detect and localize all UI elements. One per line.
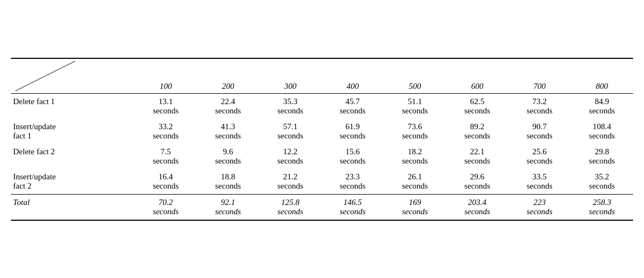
cell-text: 84.9 <box>575 97 629 106</box>
cell-r0-c0: 13.1seconds <box>135 93 197 119</box>
cell-text: 13.1 <box>139 97 192 106</box>
cell-r2-c4: 18.2seconds <box>384 144 446 169</box>
column-header-800: 800 <box>571 58 633 94</box>
cell-text: seconds <box>139 106 192 116</box>
cell-text: seconds <box>513 207 566 216</box>
cell-text: seconds <box>326 106 380 116</box>
cell-text: 35.3 <box>263 97 317 106</box>
cell-r3-c6: 33.5seconds <box>508 169 570 195</box>
cell-text: 33.5 <box>513 172 566 182</box>
row-label-text: Insert/update <box>13 122 130 131</box>
cell-text: seconds <box>326 156 380 166</box>
cell-text: seconds <box>139 182 192 191</box>
row-label-text: fact 1 <box>13 131 130 141</box>
table-row: Insert/updatefact 133.2seconds41.3second… <box>11 119 633 144</box>
cell-text: 23.3 <box>326 172 380 182</box>
cell-text: seconds <box>201 106 255 116</box>
row-label-2: Delete fact 2 <box>11 144 135 169</box>
cell-text: seconds <box>139 131 192 141</box>
corner-diagonal-line <box>15 61 75 91</box>
column-header-700: 700 <box>508 58 570 94</box>
cell-text: seconds <box>201 131 255 141</box>
cell-r1-c7: 108.4seconds <box>571 119 633 144</box>
cell-r3-c1: 18.8seconds <box>197 169 259 195</box>
cell-text: 92.1 <box>201 198 255 207</box>
row-label-text: Total <box>13 198 130 207</box>
row-label-0: Delete fact 1 <box>11 93 135 119</box>
cell-text: 169 <box>388 198 442 207</box>
row-label-text: Delete fact 2 <box>13 147 130 156</box>
cell-text: 12.2 <box>263 147 317 156</box>
cell-text: seconds <box>263 182 317 191</box>
cell-text: 22.1 <box>450 147 504 156</box>
cell-text: 258.3 <box>575 198 629 207</box>
cell-r0-c5: 62.5seconds <box>446 93 508 119</box>
cell-text: seconds <box>388 131 442 141</box>
cell-text: seconds <box>513 156 566 166</box>
cell-text: 57.1 <box>263 122 317 131</box>
cell-text: 18.8 <box>201 172 255 182</box>
cell-text: 61.9 <box>326 122 380 131</box>
cell-text: 90.7 <box>513 122 566 131</box>
cell-text: 73.6 <box>388 122 442 131</box>
cell-text: 33.2 <box>139 122 192 131</box>
cell-text: 22.4 <box>201 97 255 106</box>
cell-r0-c1: 22.4seconds <box>197 93 259 119</box>
row-label-text: fact 2 <box>13 182 130 191</box>
cell-text: seconds <box>450 131 504 141</box>
cell-text: seconds <box>575 182 629 191</box>
cell-text: 29.8 <box>575 147 629 156</box>
cell-text: seconds <box>575 106 629 116</box>
cell-text: 15.6 <box>326 147 380 156</box>
cell-text: seconds <box>263 156 317 166</box>
cell-text: seconds <box>326 182 380 191</box>
table-row: Delete fact 113.1seconds22.4seconds35.3s… <box>11 93 633 119</box>
row-label-1: Insert/updatefact 1 <box>11 119 135 144</box>
cell-r1-c1: 41.3seconds <box>197 119 259 144</box>
cell-r0-c7: 84.9seconds <box>571 93 633 119</box>
cell-text: 25.6 <box>513 147 566 156</box>
cell-text: 51.1 <box>388 97 442 106</box>
table-row: Total70.2seconds92.1seconds125.8seconds1… <box>11 194 633 220</box>
cell-text: 108.4 <box>575 122 629 131</box>
cell-r3-c3: 23.3seconds <box>322 169 384 195</box>
cell-text: 125.8 <box>263 198 317 207</box>
cell-text: 18.2 <box>388 147 442 156</box>
cell-text: 29.6 <box>450 172 504 182</box>
row-label-4: Total <box>11 194 135 220</box>
cell-text: seconds <box>513 131 566 141</box>
cell-r1-c5: 89.2seconds <box>446 119 508 144</box>
cell-text: 7.5 <box>139 147 192 156</box>
cell-text: seconds <box>388 156 442 166</box>
cell-r1-c6: 90.7seconds <box>508 119 570 144</box>
cell-text: 9.6 <box>201 147 255 156</box>
row-label-text: Delete fact 1 <box>13 97 130 106</box>
cell-r4-c3: 146.5seconds <box>322 194 384 220</box>
column-header-600: 600 <box>446 58 508 94</box>
cell-r3-c7: 35.2seconds <box>571 169 633 195</box>
cell-text: seconds <box>139 207 192 216</box>
cell-text: seconds <box>201 156 255 166</box>
cell-text: 21.2 <box>263 172 317 182</box>
cell-r3-c4: 26.1seconds <box>384 169 446 195</box>
cell-text: 89.2 <box>450 122 504 131</box>
cell-text: 26.1 <box>388 172 442 182</box>
cell-text: seconds <box>388 207 442 216</box>
cell-r0-c3: 45.7seconds <box>322 93 384 119</box>
cell-r4-c0: 70.2seconds <box>135 194 197 220</box>
cell-text: 73.2 <box>513 97 566 106</box>
cell-text: 70.2 <box>139 198 192 207</box>
cell-text: seconds <box>263 131 317 141</box>
cell-r3-c0: 16.4seconds <box>135 169 197 195</box>
cell-text: seconds <box>263 106 317 116</box>
cell-r0-c6: 73.2seconds <box>508 93 570 119</box>
cell-text: seconds <box>450 156 504 166</box>
cell-text: seconds <box>575 131 629 141</box>
row-label-text: Insert/update <box>13 172 130 182</box>
column-header-400: 400 <box>322 58 384 94</box>
cell-text: seconds <box>450 106 504 116</box>
cell-text: 62.5 <box>450 97 504 106</box>
cell-text: seconds <box>263 207 317 216</box>
cell-r0-c4: 51.1seconds <box>384 93 446 119</box>
cell-r1-c3: 61.9seconds <box>322 119 384 144</box>
